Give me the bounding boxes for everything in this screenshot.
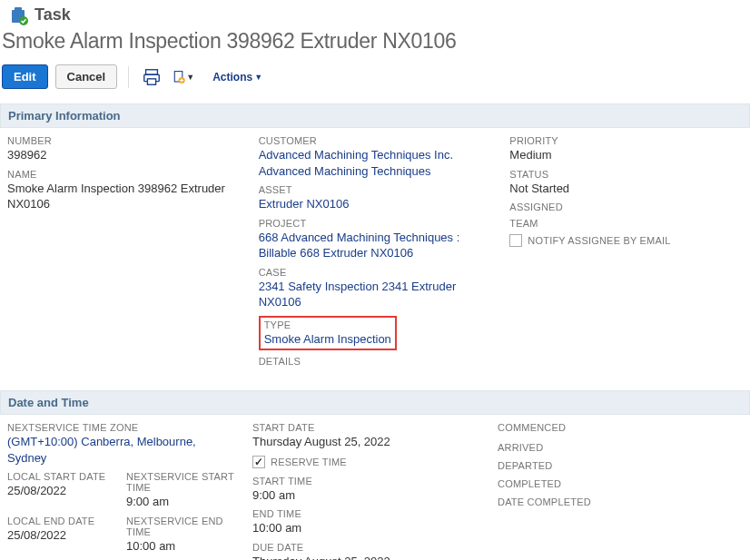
value-ns-start-time: 9:00 am bbox=[126, 494, 234, 510]
field-due-date: DUE DATE Thursday August 25, 2022 bbox=[252, 542, 479, 560]
highlight-type-field: TYPE Smoke Alarm Inspection bbox=[259, 316, 397, 351]
label-local-start-date: LOCAL START DATE bbox=[7, 471, 115, 482]
value-start-time: 9:00 am bbox=[252, 487, 479, 504]
label-reserve-time: RESERVE TIME bbox=[271, 457, 347, 467]
field-assigned: ASSIGNED bbox=[509, 201, 743, 212]
datetime-col-3: COMMENCED ARRIVED DEPARTED COMPLETED DAT… bbox=[498, 422, 743, 560]
field-departed: DEPARTED bbox=[498, 460, 743, 471]
toolbar-divider bbox=[128, 66, 129, 88]
field-asset: ASSET Extruder NX0106 bbox=[259, 184, 492, 212]
edit-button[interactable]: Edit bbox=[2, 64, 48, 89]
link-customer[interactable]: Advanced Machining Techniques Inc. Advan… bbox=[259, 148, 453, 178]
datetime-section: NEXTSERVICE TIME ZONE (GMT+10:00) Canber… bbox=[0, 415, 750, 560]
value-number: 398962 bbox=[7, 147, 241, 163]
label-customer: CUSTOMER bbox=[259, 135, 492, 146]
label-timezone: NEXTSERVICE TIME ZONE bbox=[7, 422, 234, 433]
label-number: NUMBER bbox=[7, 135, 241, 146]
field-project: PROJECT 668 Advanced Machining Technique… bbox=[259, 218, 492, 261]
primary-col-1: NUMBER 398962 NAME Smoke Alarm Inspectio… bbox=[7, 135, 259, 372]
label-due-date: DUE DATE bbox=[252, 542, 479, 553]
field-date-completed: DATE COMPLETED bbox=[498, 496, 743, 507]
datetime-col-1: NEXTSERVICE TIME ZONE (GMT+10:00) Canber… bbox=[7, 422, 252, 560]
field-timezone: NEXTSERVICE TIME ZONE (GMT+10:00) Canber… bbox=[7, 422, 234, 466]
label-date-completed: DATE COMPLETED bbox=[498, 496, 743, 507]
datetime-col-2: START DATE Thursday August 25, 2022 RESE… bbox=[252, 422, 498, 560]
label-team: TEAM bbox=[509, 218, 743, 229]
page-title: Smoke Alarm Inspection 398962 Extruder N… bbox=[0, 25, 750, 64]
label-arrived: ARRIVED bbox=[498, 442, 743, 453]
label-assigned: ASSIGNED bbox=[509, 201, 743, 212]
label-local-end-date: LOCAL END DATE bbox=[7, 516, 115, 526]
value-status: Not Started bbox=[509, 181, 743, 197]
actions-menu[interactable]: Actions ▼ bbox=[212, 71, 262, 84]
field-end-time: END TIME 10:00 am bbox=[252, 508, 479, 536]
link-case[interactable]: 2341 Safety Inspection 2341 Extruder NX0… bbox=[259, 280, 457, 309]
checkbox-reserve-time[interactable] bbox=[252, 456, 265, 468]
value-priority: Medium bbox=[509, 147, 743, 163]
label-commenced: COMMENCED bbox=[498, 422, 743, 433]
field-number: NUMBER 398962 bbox=[7, 135, 241, 163]
label-start-time: START TIME bbox=[252, 476, 479, 486]
field-start-time: START TIME 9:00 am bbox=[252, 476, 479, 504]
field-type: TYPE Smoke Alarm Inspection bbox=[264, 319, 391, 348]
field-priority: PRIORITY Medium bbox=[509, 135, 743, 163]
field-ns-start-time: NEXTSERVICE START TIME 9:00 am bbox=[126, 471, 234, 510]
checkbox-notify-assignee[interactable] bbox=[509, 234, 522, 247]
primary-info-section: NUMBER 398962 NAME Smoke Alarm Inspectio… bbox=[0, 128, 750, 385]
field-team: TEAM bbox=[509, 218, 743, 229]
field-local-start-date: LOCAL START DATE 25/08/2022 bbox=[7, 471, 115, 510]
value-due-date: Thursday August 25, 2022 bbox=[252, 554, 479, 560]
link-asset[interactable]: Extruder NX0106 bbox=[259, 197, 350, 211]
value-name: Smoke Alarm Inspection 398962 Extruder N… bbox=[7, 181, 241, 212]
cancel-button[interactable]: Cancel bbox=[55, 64, 118, 89]
value-local-end-date: 25/08/2022 bbox=[7, 527, 115, 544]
toolbar: Edit Cancel ▼ Actions ▼ bbox=[0, 64, 750, 98]
add-page-icon[interactable]: ▼ bbox=[171, 65, 194, 89]
field-ns-end-time: NEXTSERVICE END TIME 10:00 am bbox=[126, 516, 234, 555]
label-type: TYPE bbox=[264, 319, 391, 330]
field-local-end-date: LOCAL END DATE 25/08/2022 bbox=[7, 516, 115, 555]
svg-rect-3 bbox=[146, 69, 158, 74]
task-icon bbox=[7, 4, 29, 25]
value-ns-end-time: 10:00 am bbox=[126, 538, 234, 555]
field-notify-assignee: NOTIFY ASSIGNEE BY EMAIL bbox=[509, 234, 743, 247]
label-asset: ASSET bbox=[259, 184, 492, 195]
field-details: DETAILS bbox=[259, 356, 492, 367]
svg-rect-1 bbox=[15, 7, 22, 11]
label-departed: DEPARTED bbox=[498, 460, 743, 471]
link-type[interactable]: Smoke Alarm Inspection bbox=[264, 332, 391, 346]
svg-rect-5 bbox=[148, 78, 156, 84]
label-status: STATUS bbox=[509, 169, 743, 180]
actions-label: Actions bbox=[212, 71, 252, 84]
label-name: NAME bbox=[7, 169, 241, 180]
label-case: CASE bbox=[259, 267, 492, 278]
section-header-datetime: Date and Time bbox=[0, 390, 750, 415]
field-start-date: START DATE Thursday August 25, 2022 bbox=[252, 422, 479, 450]
field-status: STATUS Not Started bbox=[509, 169, 743, 197]
value-end-time: 10:00 am bbox=[252, 520, 479, 536]
label-completed: COMPLETED bbox=[498, 478, 743, 489]
field-completed: COMPLETED bbox=[498, 478, 743, 489]
print-icon[interactable] bbox=[140, 65, 163, 89]
link-project[interactable]: 668 Advanced Machining Techniques : Bill… bbox=[259, 231, 460, 260]
label-details: DETAILS bbox=[259, 356, 492, 367]
primary-col-3: PRIORITY Medium STATUS Not Started ASSIG… bbox=[509, 135, 743, 372]
field-case: CASE 2341 Safety Inspection 2341 Extrude… bbox=[259, 267, 492, 310]
chevron-down-icon: ▼ bbox=[254, 73, 262, 82]
value-local-start-date: 25/08/2022 bbox=[7, 483, 115, 499]
label-ns-end-time: NEXTSERVICE END TIME bbox=[126, 516, 234, 537]
value-start-date: Thursday August 25, 2022 bbox=[252, 434, 479, 450]
field-commenced: COMMENCED bbox=[498, 422, 743, 433]
field-customer: CUSTOMER Advanced Machining Techniques I… bbox=[259, 135, 492, 179]
label-project: PROJECT bbox=[259, 218, 492, 229]
link-timezone[interactable]: (GMT+10:00) Canberra, Melbourne, Sydney bbox=[7, 435, 196, 465]
label-ns-start-time: NEXTSERVICE START TIME bbox=[126, 471, 234, 493]
page-type-label: Task bbox=[35, 5, 71, 25]
label-start-date: START DATE bbox=[252, 422, 479, 433]
label-end-time: END TIME bbox=[252, 508, 479, 519]
label-notify-assignee: NOTIFY ASSIGNEE BY EMAIL bbox=[528, 235, 670, 246]
field-arrived: ARRIVED bbox=[498, 442, 743, 453]
primary-col-2: CUSTOMER Advanced Machining Techniques I… bbox=[259, 135, 510, 372]
page-header: Task bbox=[0, 0, 750, 25]
field-reserve-time: RESERVE TIME bbox=[252, 456, 479, 468]
